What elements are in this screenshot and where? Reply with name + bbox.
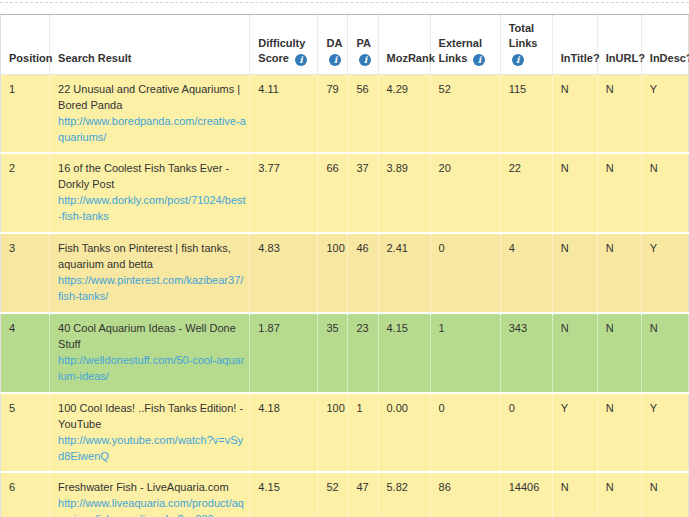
column-header-da: DA i [318, 15, 348, 75]
intitle-cell: N [552, 153, 597, 233]
result-url-link[interactable]: http://www.liveaquaria.com/product/aquar… [58, 496, 246, 517]
total-links-cell: 0 [500, 393, 552, 473]
mozrank-cell-value: 0.00 [387, 402, 408, 414]
column-header-label: PA [356, 37, 370, 49]
result-url-link[interactable]: http://welldonestuff.com/50-cool-aquariu… [58, 353, 246, 385]
total-links-cell-value: 343 [509, 322, 527, 334]
inurl-cell: N [597, 233, 641, 313]
intitle-cell-value: N [561, 83, 569, 95]
intitle-cell: N [552, 233, 597, 313]
column-header-external-links: External Links i [430, 15, 500, 75]
external-links-cell: 0 [430, 393, 500, 473]
inurl-cell: N [597, 313, 641, 393]
intitle-cell-value: N [561, 481, 569, 493]
column-header-intitle: InTitle? [552, 15, 597, 75]
pa-cell-value: 46 [356, 242, 368, 254]
da-cell: 66 [318, 153, 348, 233]
intitle-cell-value: Y [561, 402, 568, 414]
pa-cell: 23 [348, 313, 378, 393]
external-links-cell: 86 [430, 472, 500, 517]
search-result-cell: 40 Cool Aquarium Ideas - Well Done Stuff… [50, 313, 250, 393]
difficulty-score-cell-value: 3.77 [258, 162, 279, 174]
column-header-label: InDesc? [650, 52, 689, 64]
pa-cell-value: 47 [356, 481, 368, 493]
inurl-cell-value: N [606, 481, 614, 493]
position-cell: 4 [1, 313, 50, 393]
indesc-cell-value: Y [650, 83, 657, 95]
pa-cell: 37 [348, 153, 378, 233]
external-links-cell-value: 86 [439, 481, 451, 493]
difficulty-score-cell: 4.15 [250, 472, 318, 517]
search-result-cell: 100 Cool Ideas! ..Fish Tanks Edition! - … [50, 393, 250, 473]
difficulty-score-cell: 1.87 [250, 313, 318, 393]
total-links-cell: 115 [500, 74, 552, 153]
result-url-link[interactable]: http://www.dorkly.com/post/71024/best-fi… [58, 193, 246, 225]
intitle-cell-value: N [561, 322, 569, 334]
pa-cell: 47 [348, 472, 378, 517]
mozrank-cell-value: 4.29 [387, 83, 408, 95]
info-icon[interactable]: i [473, 54, 485, 66]
column-header-label: Total Links [509, 22, 538, 49]
pa-cell-value: 23 [356, 322, 368, 334]
difficulty-score-cell: 4.11 [250, 74, 318, 153]
indesc-cell: Y [641, 233, 688, 313]
mozrank-cell-value: 2.41 [387, 242, 408, 254]
serp-results-table: PositionSearch ResultDifficulty Score iD… [0, 14, 689, 517]
column-header-label: InURL? [606, 52, 645, 64]
total-links-cell: 343 [500, 313, 552, 393]
table-row: 440 Cool Aquarium Ideas - Well Done Stuf… [1, 313, 689, 393]
da-cell-value: 52 [326, 481, 338, 493]
indesc-cell: N [641, 472, 688, 517]
da-cell: 100 [318, 393, 348, 473]
difficulty-score-cell: 4.83 [250, 233, 318, 313]
position-cell: 1 [1, 74, 50, 153]
info-icon[interactable]: i [512, 54, 524, 66]
difficulty-score-cell: 4.18 [250, 393, 318, 473]
info-icon[interactable]: i [295, 54, 307, 66]
total-links-cell: 22 [500, 153, 552, 233]
mozrank-cell: 0.00 [378, 393, 430, 473]
external-links-cell-value: 1 [439, 322, 445, 334]
external-links-cell-value: 0 [439, 402, 445, 414]
result-title: 22 Unusual and Creative Aquariums | Bore… [58, 82, 246, 114]
position-cell-value: 1 [9, 83, 15, 95]
position-cell-value: 4 [9, 322, 15, 334]
intitle-cell: N [552, 472, 597, 517]
da-cell: 100 [318, 233, 348, 313]
inurl-cell: N [597, 393, 641, 473]
mozrank-cell: 5.82 [378, 472, 430, 517]
mozrank-cell: 2.41 [378, 233, 430, 313]
table-body: 122 Unusual and Creative Aquariums | Bor… [1, 74, 689, 517]
column-header-label: InTitle? [561, 52, 600, 64]
indesc-cell: Y [641, 393, 688, 473]
inurl-cell: N [597, 472, 641, 517]
column-header-label: MozRank [387, 52, 435, 64]
top-divider [0, 2, 689, 3]
mozrank-cell: 3.89 [378, 153, 430, 233]
result-title: Freshwater Fish - LiveAquaria.com [58, 480, 246, 496]
search-result-cell: 16 of the Coolest Fish Tanks Ever - Dork… [50, 153, 250, 233]
pa-cell-value: 1 [356, 402, 362, 414]
result-url-link[interactable]: http://www.boredpanda.com/creative-aquar… [58, 114, 246, 146]
pa-cell: 1 [348, 393, 378, 473]
column-header-pa: PA i [348, 15, 378, 75]
total-links-cell: 14406 [500, 472, 552, 517]
result-title: 16 of the Coolest Fish Tanks Ever - Dork… [58, 161, 246, 193]
column-header-search-result: Search Result [50, 15, 250, 75]
total-links-cell-value: 14406 [509, 481, 540, 493]
position-cell: 3 [1, 233, 50, 313]
external-links-cell: 0 [430, 233, 500, 313]
difficulty-score-cell-value: 1.87 [258, 322, 279, 334]
search-result-cell: 22 Unusual and Creative Aquariums | Bore… [50, 74, 250, 153]
indesc-cell: Y [641, 74, 688, 153]
info-icon[interactable]: i [359, 54, 371, 66]
info-icon[interactable]: i [329, 54, 341, 66]
external-links-cell-value: 0 [439, 242, 445, 254]
table-row: 3Fish Tanks on Pinterest | fish tanks, a… [1, 233, 689, 313]
column-header-difficulty-score: Difficulty Score i [250, 15, 318, 75]
pa-cell: 56 [348, 74, 378, 153]
result-url-link[interactable]: http://www.youtube.com/watch?v=vSyd8Eiwe… [58, 433, 246, 465]
result-url-link[interactable]: https://www.pinterest.com/kazibear37/fis… [58, 273, 246, 305]
column-header-position: Position [1, 15, 50, 75]
external-links-cell: 52 [430, 74, 500, 153]
